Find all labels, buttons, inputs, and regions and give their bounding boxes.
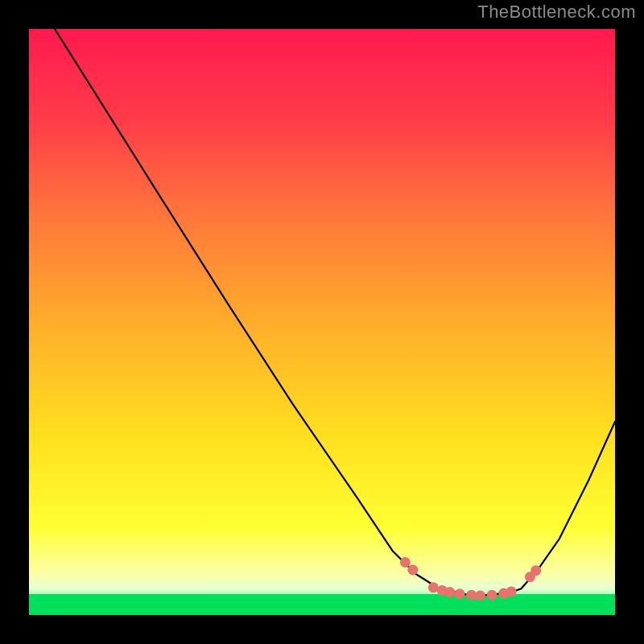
marker-dot bbox=[487, 590, 497, 601]
marker-dot bbox=[506, 586, 517, 597]
marker-dot bbox=[400, 557, 411, 568]
marker-dot bbox=[407, 564, 418, 575]
marker-dot bbox=[530, 565, 541, 576]
chart-stage: TheBottleneck.com bbox=[0, 0, 644, 644]
marker-layer bbox=[29, 29, 615, 615]
marker-dot bbox=[455, 588, 465, 599]
plot-area bbox=[29, 29, 615, 615]
marker-dot bbox=[475, 590, 485, 601]
watermark-text: TheBottleneck.com bbox=[477, 2, 636, 23]
marker-dot bbox=[444, 587, 455, 597]
